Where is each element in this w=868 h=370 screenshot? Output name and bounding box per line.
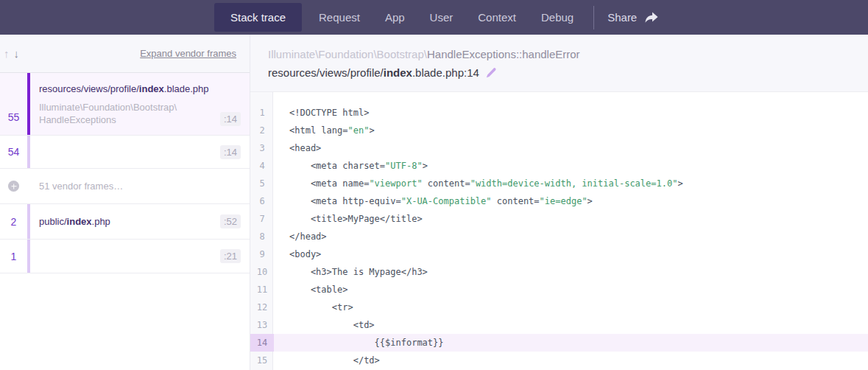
next-frame-arrow-icon[interactable]: ↓ [12, 46, 22, 61]
code-line: 11 <table> [250, 281, 868, 299]
vendor-frames-toggle[interactable]: 51 vendor frames… [0, 169, 250, 204]
frame-number: 1 [0, 251, 27, 262]
stack-frames-sidebar: ↑ ↓ Expand vendor frames 55 resources/vi… [0, 35, 250, 370]
code-line: 1<!DOCTYPE html> [250, 104, 868, 122]
expand-plus-icon[interactable] [8, 181, 19, 192]
frame-line-number-badge: :52 [220, 214, 241, 228]
exception-method: Illuminate\Foundation\Bootstrap\HandleEx… [268, 46, 853, 63]
frame-accent-bar [27, 240, 30, 273]
tab-debug[interactable]: Debug [529, 1, 586, 33]
share-icon [644, 11, 659, 24]
exception-header: Illuminate\Foundation\Bootstrap\HandleEx… [250, 35, 868, 92]
frame-number: 54 [0, 146, 27, 158]
code-line: 9<body> [250, 245, 868, 263]
nav-divider [593, 6, 594, 29]
stack-frame-55[interactable]: 55 resources/views/profile/index.blade.p… [0, 73, 250, 136]
tab-context[interactable]: Context [465, 1, 529, 33]
code-line: 8</head> [250, 228, 868, 245]
frame-file-path: public/index.php [30, 216, 220, 227]
frame-number: 55 [0, 111, 27, 135]
code-line: 13 <td> [250, 316, 868, 334]
code-line: 12 <tr> [250, 299, 868, 316]
frame-line-number-badge: :21 [220, 249, 241, 263]
code-line: 3<head> [250, 139, 868, 157]
code-line: 6 <meta http-equiv="X-UA-Compatible" con… [250, 192, 868, 210]
frame-class-name: Illuminate\Foundation\Bootstrap\ HandleE… [39, 101, 220, 126]
code-line: 5 <meta name="viewport" content="width=d… [250, 175, 868, 192]
main-panel: Illuminate\Foundation\Bootstrap\HandleEx… [250, 35, 868, 370]
frame-line-number-badge: :14 [220, 145, 241, 159]
stack-frame-54[interactable]: 54 :14 [0, 136, 250, 169]
top-nav: Stack trace Request App User Context Deb… [0, 0, 868, 35]
stack-frame-1[interactable]: 1 :21 [0, 240, 250, 273]
code-viewer: 1<!DOCTYPE html> 2<html lang="en"> 3<hea… [250, 92, 868, 370]
frame-number: 2 [0, 216, 27, 228]
code-line: 15 </td> [250, 352, 868, 369]
vendor-frames-label: 51 vendor frames… [30, 181, 123, 192]
frame-line-number-badge: :14 [220, 112, 241, 126]
frame-file-path: resources/views/profile/index.blade.php [39, 83, 241, 94]
frame-accent-bar [27, 136, 30, 168]
exception-file-path: resources/views/profile/index.blade.php:… [268, 64, 853, 82]
code-line-highlighted: 14 {{$informat}} [250, 334, 868, 352]
code-line: 7 <title>MyPage</title> [250, 210, 868, 228]
expand-vendor-frames-link[interactable]: Expand vendor frames [140, 48, 236, 59]
tab-user[interactable]: User [417, 1, 466, 33]
previous-frame-arrow-icon[interactable]: ↑ [1, 46, 12, 61]
code-line: 2<html lang="en"> [250, 122, 868, 139]
edit-file-pencil-icon[interactable] [485, 67, 497, 79]
sidebar-header: ↑ ↓ Expand vendor frames [0, 35, 250, 73]
tab-app[interactable]: App [373, 1, 417, 33]
share-button[interactable]: Share [597, 1, 669, 34]
share-label: Share [607, 11, 637, 24]
stack-frame-2[interactable]: 2 public/index.php :52 [0, 204, 250, 240]
tab-request[interactable]: Request [306, 1, 373, 33]
code-line: 4 <meta charset="UTF-8"> [250, 157, 868, 175]
code-line: 10 <h3>The is Mypage</h3> [250, 263, 868, 281]
tab-stack-trace[interactable]: Stack trace [214, 3, 302, 32]
